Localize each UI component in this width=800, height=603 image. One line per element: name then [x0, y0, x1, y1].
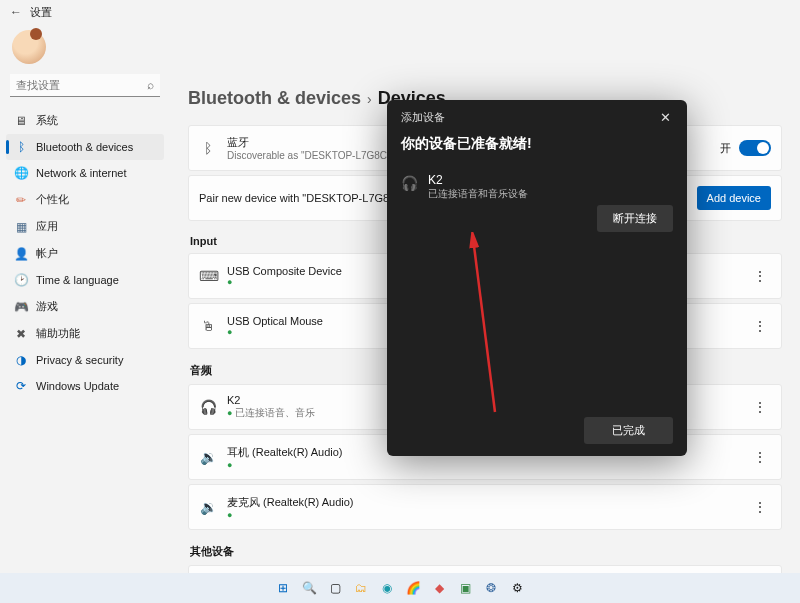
sidebar-item-0[interactable]: 🖥系统: [6, 107, 164, 134]
bluetooth-toggle[interactable]: [739, 140, 771, 156]
nav-icon: ᛒ: [14, 140, 28, 154]
more-icon[interactable]: ⋮: [749, 499, 771, 515]
nav-icon: ⟳: [14, 379, 28, 393]
search-icon[interactable]: ⌕: [147, 78, 154, 92]
bluetooth-icon: ᛒ: [199, 140, 217, 156]
nav-icon: ▦: [14, 220, 28, 234]
more-icon[interactable]: ⋮: [749, 268, 771, 284]
device-icon: 🖱: [199, 318, 217, 334]
sidebar-item-1[interactable]: ᛒBluetooth & devices: [6, 134, 164, 160]
sidebar-item-3[interactable]: ✏个性化: [6, 186, 164, 213]
dialog-device-name: K2: [428, 173, 528, 187]
done-button[interactable]: 已完成: [584, 417, 673, 444]
sidebar-item-label: Time & language: [36, 274, 119, 286]
sidebar-item-label: 个性化: [36, 192, 69, 207]
device-name: 麦克风 (Realtek(R) Audio): [227, 495, 745, 510]
search-input-wrap: ⌕: [10, 74, 160, 97]
titlebar: ← 设置: [0, 0, 800, 24]
device-icon: ⌨: [199, 268, 217, 284]
back-arrow-icon[interactable]: ←: [10, 5, 22, 19]
device-status: ●: [227, 510, 745, 520]
sidebar-item-label: Windows Update: [36, 380, 119, 392]
user-avatar[interactable]: [12, 30, 800, 66]
nav-icon: 👤: [14, 247, 28, 261]
sidebar-item-label: Network & internet: [36, 167, 126, 179]
more-icon[interactable]: ⋮: [749, 449, 771, 465]
dialog-heading: 你的设备已准备就绪!: [387, 133, 687, 159]
nav-icon: 🎮: [14, 300, 28, 314]
sidebar-item-2[interactable]: 🌐Network & internet: [6, 160, 164, 186]
sidebar-item-7[interactable]: 🎮游戏: [6, 293, 164, 320]
sidebar-item-label: 帐户: [36, 246, 58, 261]
app-icon-1[interactable]: ◆: [429, 578, 449, 598]
device-row[interactable]: 🔉 麦克风 (Realtek(R) Audio) ● ⋮: [188, 484, 782, 530]
section-other: 其他设备: [190, 544, 782, 559]
sidebar-item-label: Bluetooth & devices: [36, 141, 133, 153]
sidebar-item-5[interactable]: 👤帐户: [6, 240, 164, 267]
search-taskbar-icon[interactable]: 🔍: [299, 578, 319, 598]
close-icon[interactable]: ✕: [654, 108, 677, 127]
device-icon: 🔉: [199, 449, 217, 465]
annotation-arrow: [465, 232, 505, 422]
task-view-icon[interactable]: ▢: [325, 578, 345, 598]
app-icon-2[interactable]: ▣: [455, 578, 475, 598]
start-icon[interactable]: ⊞: [273, 578, 293, 598]
sidebar-item-10[interactable]: ⟳Windows Update: [6, 373, 164, 399]
sidebar-item-8[interactable]: ✖辅助功能: [6, 320, 164, 347]
edge-icon[interactable]: ◉: [377, 578, 397, 598]
window-title: 设置: [30, 5, 52, 20]
nav-icon: 🕑: [14, 273, 28, 287]
bluetooth-toggle-label: 开: [720, 141, 731, 156]
nav-icon: ✏: [14, 193, 28, 207]
breadcrumb-parent[interactable]: Bluetooth & devices: [188, 88, 361, 109]
device-status: ●: [227, 460, 745, 470]
nav-icon: ◑: [14, 353, 28, 367]
more-icon[interactable]: ⋮: [749, 399, 771, 415]
search-input[interactable]: [10, 74, 160, 97]
dialog-device-status: 已连接语音和音乐设备: [428, 187, 528, 201]
sidebar-item-label: 游戏: [36, 299, 58, 314]
chrome-icon[interactable]: 🌈: [403, 578, 423, 598]
dialog-title: 添加设备: [401, 110, 445, 125]
file-explorer-icon[interactable]: 🗂: [351, 578, 371, 598]
more-icon[interactable]: ⋮: [749, 318, 771, 334]
sidebar: ⌕ 🖥系统ᛒBluetooth & devices🌐Network & inte…: [0, 74, 170, 603]
nav-icon: 🌐: [14, 166, 28, 180]
taskbar: ⊞ 🔍 ▢ 🗂 ◉ 🌈 ◆ ▣ ❂ ⚙: [0, 573, 800, 603]
chevron-right-icon: ›: [367, 91, 372, 107]
headphones-icon: 🎧: [401, 175, 418, 191]
disconnect-button[interactable]: 断开连接: [597, 205, 673, 232]
sidebar-item-4[interactable]: ▦应用: [6, 213, 164, 240]
sidebar-item-9[interactable]: ◑Privacy & security: [6, 347, 164, 373]
device-icon: 🎧: [199, 399, 217, 415]
device-icon: 🔉: [199, 499, 217, 515]
sidebar-item-label: 系统: [36, 113, 58, 128]
add-device-dialog: 添加设备 ✕ 你的设备已准备就绪! 🎧 K2 已连接语音和音乐设备 断开连接 已…: [387, 100, 687, 456]
app-icon-3[interactable]: ❂: [481, 578, 501, 598]
sidebar-item-label: Privacy & security: [36, 354, 123, 366]
dialog-device-row: 🎧 K2 已连接语音和音乐设备: [387, 159, 687, 205]
add-device-button[interactable]: Add device: [697, 186, 771, 210]
sidebar-item-label: 应用: [36, 219, 58, 234]
nav-icon: 🖥: [14, 114, 28, 128]
sidebar-item-label: 辅助功能: [36, 326, 80, 341]
settings-taskbar-icon[interactable]: ⚙: [507, 578, 527, 598]
sidebar-item-6[interactable]: 🕑Time & language: [6, 267, 164, 293]
nav-icon: ✖: [14, 327, 28, 341]
svg-line-1: [473, 238, 495, 412]
